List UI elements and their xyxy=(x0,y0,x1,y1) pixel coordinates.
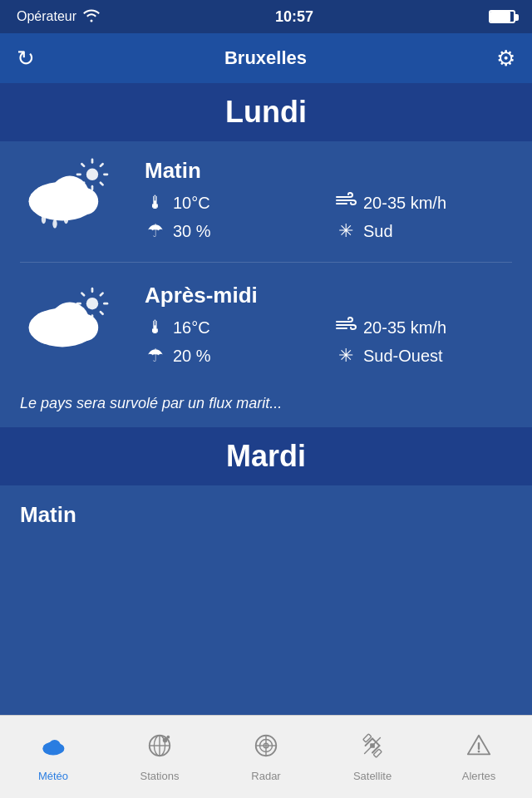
matin-weather-icon xyxy=(20,158,128,236)
matin-title: Matin xyxy=(145,158,512,184)
svg-point-15 xyxy=(64,214,68,224)
matin-section: Matin 🌡 10°C 2 xyxy=(0,141,532,259)
status-time: 10:57 xyxy=(275,8,313,26)
svg-point-39 xyxy=(166,735,170,738)
thermometer-icon: 🌡 xyxy=(145,192,166,214)
svg-line-22 xyxy=(101,312,103,314)
umbrella-icon-2: ☂ xyxy=(145,345,166,367)
tab-satellite[interactable]: Satellite xyxy=(319,716,426,798)
apres-midi-direction: ✳ Sud-Ouest xyxy=(335,345,512,367)
satellite-tab-icon xyxy=(359,732,386,765)
svg-line-7 xyxy=(101,164,103,166)
tab-satellite-label: Satellite xyxy=(353,770,392,782)
settings-button[interactable]: ⚙ xyxy=(496,46,515,71)
svg-line-5 xyxy=(81,164,84,166)
mardi-matin-title: Matin xyxy=(20,502,76,527)
radar-tab-icon xyxy=(253,732,279,765)
mardi-label: Mardi xyxy=(226,439,306,473)
apres-midi-details: Après-midi 🌡 16°C xyxy=(145,283,512,367)
matin-precipitation: ☂ 30 % xyxy=(145,220,322,242)
lundi-label: Lundi xyxy=(225,95,307,129)
tab-alertes[interactable]: Alertes xyxy=(426,716,532,798)
status-carrier-area: Opérateur xyxy=(17,9,100,25)
tab-bar: Météo Stations R xyxy=(0,715,532,798)
wind-icon-2 xyxy=(335,317,357,338)
mardi-header: Mardi xyxy=(0,427,532,485)
tab-meteo[interactable]: Météo xyxy=(0,716,106,798)
lundi-header: Lundi xyxy=(0,83,532,141)
tab-alertes-label: Alertes xyxy=(462,770,495,782)
matin-temperature: 🌡 10°C xyxy=(145,192,322,214)
svg-point-14 xyxy=(52,219,57,229)
tab-radar-label: Radar xyxy=(251,770,280,782)
svg-line-23 xyxy=(101,293,103,296)
matin-details: Matin 🌡 10°C 2 xyxy=(145,158,512,242)
svg-point-0 xyxy=(86,169,98,180)
tab-stations[interactable]: Stations xyxy=(106,716,213,798)
matin-direction: ✳ Sud xyxy=(335,220,512,242)
svg-line-51 xyxy=(365,737,381,753)
svg-point-28 xyxy=(71,314,98,341)
apres-midi-precipitation: ☂ 20 % xyxy=(145,345,322,367)
svg-line-21 xyxy=(81,293,84,296)
cloud-tab-icon xyxy=(40,732,66,765)
tab-meteo-label: Météo xyxy=(38,770,68,782)
weather-description: Le pays sera survolé par un flux marit..… xyxy=(0,383,532,427)
thermometer-icon-2: 🌡 xyxy=(145,317,166,338)
alertes-tab-icon xyxy=(466,732,492,765)
svg-point-53 xyxy=(478,750,480,752)
wind-icon xyxy=(335,192,357,214)
apres-midi-weather-icon xyxy=(20,283,128,361)
svg-point-13 xyxy=(42,214,46,224)
header: ↻ Bruxelles ⚙ xyxy=(0,33,532,83)
carrier-label: Opérateur xyxy=(17,9,76,24)
battery-icon xyxy=(489,10,515,23)
apres-midi-section: Après-midi 🌡 16°C xyxy=(0,266,532,383)
refresh-button[interactable]: ↻ xyxy=(17,46,35,71)
apres-midi-wind: 20-35 km/h xyxy=(335,317,512,338)
svg-point-12 xyxy=(71,188,98,214)
tab-radar[interactable]: Radar xyxy=(213,716,319,798)
apres-midi-title: Après-midi xyxy=(145,283,512,308)
apres-midi-temperature: 🌡 16°C xyxy=(145,317,322,338)
main-content: Lundi xyxy=(0,83,532,715)
period-divider xyxy=(20,262,512,263)
svg-line-6 xyxy=(101,183,103,185)
matin-wind: 20-35 km/h xyxy=(335,192,512,214)
stations-tab-icon xyxy=(146,732,173,765)
status-bar: Opérateur 10:57 xyxy=(0,0,532,33)
compass-icon-2: ✳ xyxy=(335,345,357,367)
tab-stations-label: Stations xyxy=(140,770,180,782)
umbrella-icon: ☂ xyxy=(145,220,166,242)
wifi-icon xyxy=(83,9,100,25)
mardi-matin-partial: Matin xyxy=(0,485,532,528)
city-title: Bruxelles xyxy=(224,47,307,69)
svg-point-16 xyxy=(86,298,98,309)
compass-icon: ✳ xyxy=(335,220,357,242)
svg-point-32 xyxy=(56,744,65,753)
